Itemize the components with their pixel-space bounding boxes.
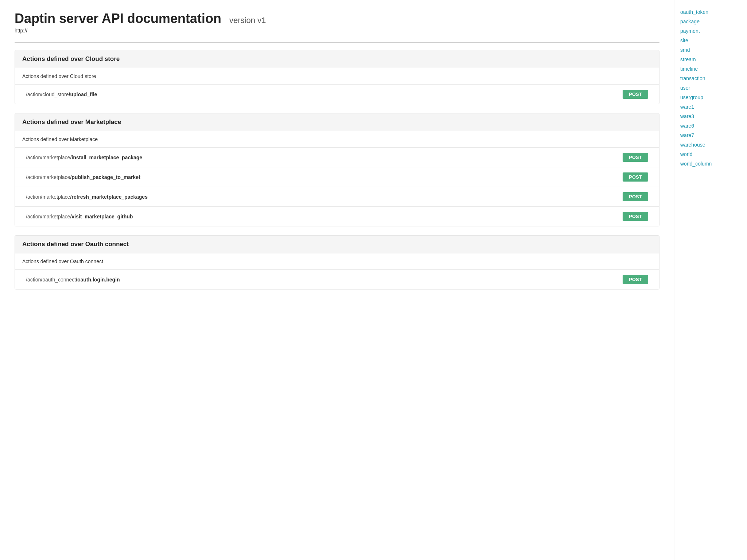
sidebar-link-world[interactable]: world [680,149,741,159]
sidebar-link-world_column[interactable]: world_column [680,159,741,168]
base-url: http:// [15,28,659,34]
section-header-cloud-store: Actions defined over Cloud store [15,50,659,68]
endpoint-path-bold: /upload_file [69,92,97,97]
endpoint-path: /action/marketplace/visit_marketplace_gi… [26,214,133,219]
post-badge[interactable]: POST [623,90,648,99]
endpoint-row[interactable]: /action/marketplace/publish_package_to_m… [15,167,659,187]
endpoint-path: /action/marketplace/install_marketplace_… [26,155,142,160]
endpoint-row[interactable]: /action/marketplace/install_marketplace_… [15,148,659,167]
title-text: Daptin server API documentation [15,11,221,26]
section-description-oauth-connect: Actions defined over Oauth connect [15,253,659,270]
endpoint-path: /action/cloud_store/upload_file [26,92,97,97]
sidebar-link-oauth_token[interactable]: oauth_token [680,7,741,17]
sections-container: Actions defined over Cloud storeActions … [15,50,659,289]
section-header-marketplace: Actions defined over Marketplace [15,113,659,131]
endpoint-path-bold: /refresh_marketplace_packages [70,194,147,200]
section-description-marketplace: Actions defined over Marketplace [15,131,659,148]
sidebar: oauth_tokenpackagepaymentsitesmdstreamti… [674,0,747,560]
section-card-cloud-store: Actions defined over Cloud storeActions … [15,50,659,104]
main-content: Daptin server API documentation version … [0,0,674,560]
sidebar-link-payment[interactable]: payment [680,26,741,36]
post-badge[interactable]: POST [623,212,648,221]
sidebar-link-usergroup[interactable]: usergroup [680,93,741,102]
title-divider [15,42,659,43]
sidebar-link-ware6[interactable]: ware6 [680,121,741,131]
sidebar-link-ware1[interactable]: ware1 [680,102,741,112]
endpoint-path: /action/marketplace/refresh_marketplace_… [26,194,148,200]
post-badge[interactable]: POST [623,153,648,162]
sidebar-link-smd[interactable]: smd [680,45,741,55]
endpoint-path-bold: /publish_package_to_market [70,174,140,180]
sidebar-link-package[interactable]: package [680,17,741,26]
endpoint-path: /action/oauth_connect/oauth.login.begin [26,277,120,283]
post-badge[interactable]: POST [623,172,648,182]
sidebar-link-user[interactable]: user [680,83,741,93]
endpoint-path-bold: /visit_marketplace_github [70,214,133,219]
sidebar-link-site[interactable]: site [680,36,741,45]
endpoint-row[interactable]: /action/marketplace/visit_marketplace_gi… [15,207,659,226]
sidebar-link-stream[interactable]: stream [680,55,741,64]
section-description-cloud-store: Actions defined over Cloud store [15,68,659,85]
sidebar-link-timeline[interactable]: timeline [680,64,741,74]
section-header-oauth-connect: Actions defined over Oauth connect [15,236,659,253]
endpoint-path-bold: /oauth.login.begin [76,277,120,283]
version-text: version v1 [229,16,266,25]
post-badge[interactable]: POST [623,275,648,284]
sidebar-link-transaction[interactable]: transaction [680,74,741,83]
page-title: Daptin server API documentation version … [15,11,659,26]
post-badge[interactable]: POST [623,192,648,201]
section-card-marketplace: Actions defined over MarketplaceActions … [15,113,659,226]
sidebar-link-ware3[interactable]: ware3 [680,112,741,121]
endpoint-path-bold: /install_marketplace_package [70,155,142,160]
endpoint-row[interactable]: /action/cloud_store/upload_filePOST [15,85,659,104]
endpoint-row[interactable]: /action/oauth_connect/oauth.login.beginP… [15,270,659,289]
section-card-oauth-connect: Actions defined over Oauth connectAction… [15,235,659,289]
sidebar-link-ware7[interactable]: ware7 [680,131,741,140]
sidebar-link-warehouse[interactable]: warehouse [680,140,741,149]
endpoint-row[interactable]: /action/marketplace/refresh_marketplace_… [15,187,659,207]
endpoint-path: /action/marketplace/publish_package_to_m… [26,174,140,180]
